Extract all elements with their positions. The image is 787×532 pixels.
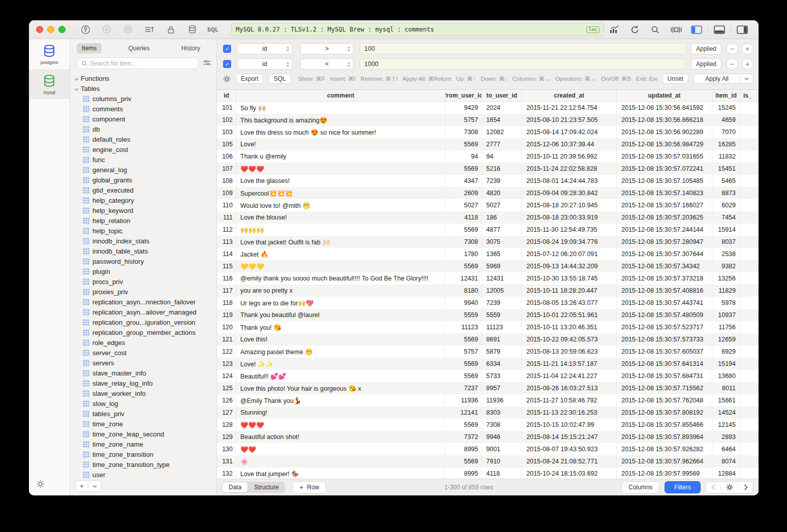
remove-filter-button[interactable]: − <box>726 58 738 70</box>
sidebar-table-item[interactable]: user <box>70 470 216 480</box>
sidebar-table-item[interactable]: replication_grou...iguration_version <box>70 317 216 327</box>
filter-operator-select[interactable]: > <box>300 43 354 54</box>
sidebar-table-item[interactable]: slave_relay_log_info <box>70 378 216 388</box>
previous-page-button[interactable] <box>706 484 720 490</box>
close-circle-icon[interactable] <box>96 25 117 34</box>
group-tables[interactable]: Tables <box>70 83 216 93</box>
table-row[interactable]: 103 Love this dress so much 😍 so nice fo… <box>217 126 759 138</box>
sidebar-table-item[interactable]: servers <box>70 358 216 368</box>
sidebar-table-item[interactable]: engine_cost <box>70 144 216 154</box>
table-row[interactable]: 132 Love that jumper! 🏇 8995 4118 2015-1… <box>217 467 759 479</box>
focus-frame-icon[interactable] <box>665 26 687 34</box>
tab-structure[interactable]: Structure <box>248 482 285 493</box>
filter-enabled-checkbox[interactable]: ✓ <box>223 45 231 53</box>
sidebar-table-item[interactable]: db <box>70 124 216 134</box>
table-row[interactable]: 112 🙌🙌🙌 5569 4877 2015-11-30 12:54:49.73… <box>217 224 759 236</box>
sidebar-table-item[interactable]: innodb_table_stats <box>70 246 216 256</box>
search-icon[interactable] <box>645 25 665 34</box>
sidebar-table-item[interactable]: role_edges <box>70 337 216 348</box>
table-row[interactable]: 120 Thank you! 😘 11123 11123 2015-10-11 … <box>217 321 759 333</box>
table-row[interactable]: 126 @Emily Thank you💃 11936 11936 2015-1… <box>217 394 759 406</box>
table-row[interactable]: 119 Thank you beautiful @laurel 5559 555… <box>217 309 759 321</box>
unset-button[interactable]: Unset <box>663 74 688 84</box>
settings-gear-icon[interactable] <box>36 480 45 490</box>
chevron-down-icon[interactable] <box>740 74 753 83</box>
columns-button[interactable]: Columns <box>621 481 659 493</box>
column-header-to-user-id[interactable]: to_user_id <box>482 90 522 101</box>
apply-all-button[interactable]: Apply All <box>694 74 753 84</box>
next-page-button[interactable] <box>739 484 753 490</box>
filter-enabled-checkbox[interactable]: ✓ <box>223 60 231 68</box>
database-icon[interactable] <box>181 25 203 34</box>
export-button[interactable]: Export <box>236 74 264 84</box>
sidebar-table-item[interactable]: gtid_executed <box>70 185 216 195</box>
sidebar-table-item[interactable]: component <box>70 114 216 124</box>
table-row[interactable]: 105 Love! 5569 2777 2015-12-06 10:37:39.… <box>217 138 759 150</box>
sidebar-table-item[interactable]: proxies_priv <box>70 287 216 297</box>
toggle-bottom-panel-icon[interactable] <box>710 25 729 34</box>
filter-applied-button[interactable]: Applied <box>691 43 721 54</box>
chart-icon[interactable] <box>604 25 624 34</box>
pin-connection-icon[interactable] <box>75 25 96 35</box>
table-row[interactable]: 125 Love this photo! Your hair is gorgeo… <box>217 382 759 394</box>
table-row[interactable]: 110 Would love to! @mith 😁 5027 5027 201… <box>217 199 759 211</box>
list-export-icon[interactable] <box>139 25 160 34</box>
remove-filter-button[interactable]: − <box>726 43 738 54</box>
table-row[interactable]: 123 Love! ✨✨ 5569 6334 2015-11-21 14:13:… <box>217 358 759 370</box>
sidebar-table-item[interactable]: comments <box>70 104 216 114</box>
filter-applied-button[interactable]: Applied <box>691 58 721 70</box>
table-row[interactable]: 116 @emily thank you soooo much beautifu… <box>217 272 759 285</box>
sidebar-table-item[interactable]: slave_master_info <box>70 368 216 378</box>
table-row[interactable]: 111 Love the blouse! 4118 186 2015-08-18… <box>217 211 759 224</box>
table-row[interactable]: 130 ❤️❤️ 8995 9001 2015-08-07 19:43:50.9… <box>217 443 759 455</box>
refresh-icon[interactable] <box>624 25 645 34</box>
sidebar-table-item[interactable]: columns_priv <box>70 93 216 104</box>
sidebar-table-item[interactable]: plugin <box>70 266 216 276</box>
tab-history[interactable]: History <box>176 43 205 53</box>
column-header-updated-at[interactable]: updated_at <box>617 90 712 101</box>
sidebar-table-item[interactable]: default_roles <box>70 134 216 144</box>
column-header-id[interactable]: id <box>217 90 236 101</box>
connection-postgres[interactable]: postgres <box>29 39 70 69</box>
page-settings-gear-icon[interactable] <box>721 484 738 491</box>
tab-items[interactable]: Items <box>77 43 102 53</box>
close-window-button[interactable] <box>36 26 43 33</box>
table-row[interactable]: 121 Love this! 5569 8691 2015-10-22 09:4… <box>217 333 759 346</box>
zoom-window-button[interactable] <box>58 26 66 33</box>
sidebar-table-item[interactable]: replication_asyn...ailover_managed <box>70 307 216 317</box>
sidebar-table-item[interactable]: help_category <box>70 195 216 205</box>
sidebar-table-item[interactable]: replication_group_member_actions <box>70 327 216 337</box>
column-header-comment[interactable]: comment <box>236 90 446 101</box>
sidebar-table-item[interactable]: global_grants <box>70 175 216 185</box>
search-input[interactable]: Search for item... <box>77 57 199 69</box>
sidebar-table-item[interactable]: tables_priv <box>70 409 216 419</box>
sidebar-table-item[interactable]: replication_asyn...nnection_failover <box>70 297 216 307</box>
filter-value-input[interactable]: 1000 <box>360 58 686 70</box>
sidebar-table-item[interactable]: general_log <box>70 165 216 175</box>
sql-editor-button[interactable]: SQL <box>203 27 223 33</box>
column-header-created-at[interactable]: created_at <box>522 90 617 101</box>
table-row[interactable]: 127 Stunning! 12141 8303 2015-11-13 22:3… <box>217 406 759 419</box>
sidebar-table-item[interactable]: time_zone_transition_type <box>70 459 216 470</box>
table-row[interactable]: 131 🌸 5569 7910 2015-08-24 21:08:52.771 … <box>217 455 759 467</box>
table-row[interactable]: 129 Beautiful action shot! 7372 9946 201… <box>217 431 759 443</box>
sidebar-table-item[interactable]: server_cost <box>70 348 216 358</box>
sidebar-table-item[interactable]: help_relation <box>70 215 216 226</box>
sql-preview-button[interactable]: SQL <box>269 74 291 84</box>
sidebar-table-item[interactable]: time_zone <box>70 419 216 429</box>
group-functions[interactable]: Functions <box>70 73 216 83</box>
lock-icon[interactable] <box>160 25 181 34</box>
sidebar-table-item[interactable]: slave_worker_info <box>70 388 216 398</box>
table-row[interactable]: 109 Supercool💥💥💥 2609 4820 2015-09-04 09… <box>217 187 759 199</box>
table-row[interactable]: 106 Thank u @emily 94 94 2015-10-11 20:3… <box>217 150 759 163</box>
table-row[interactable]: 115 💛💛💛 5569 5969 2015-09-13 14:44:32.20… <box>217 260 759 272</box>
table-row[interactable]: 113 Love that jacket! Outfit is fab 🙌🏻 7… <box>217 236 759 248</box>
sidebar-table-item[interactable]: func <box>70 154 216 165</box>
sidebar-table-item[interactable]: help_keyword <box>70 205 216 215</box>
connection-mysql[interactable]: mysql <box>29 69 70 99</box>
add-item-menu-button[interactable] <box>88 485 101 488</box>
add-filter-button[interactable]: + <box>741 43 753 54</box>
filter-column-select[interactable]: id <box>237 58 293 70</box>
sidebar-table-item[interactable]: time_zone_leap_second <box>70 429 216 439</box>
toggle-right-panel-icon[interactable] <box>733 25 751 34</box>
